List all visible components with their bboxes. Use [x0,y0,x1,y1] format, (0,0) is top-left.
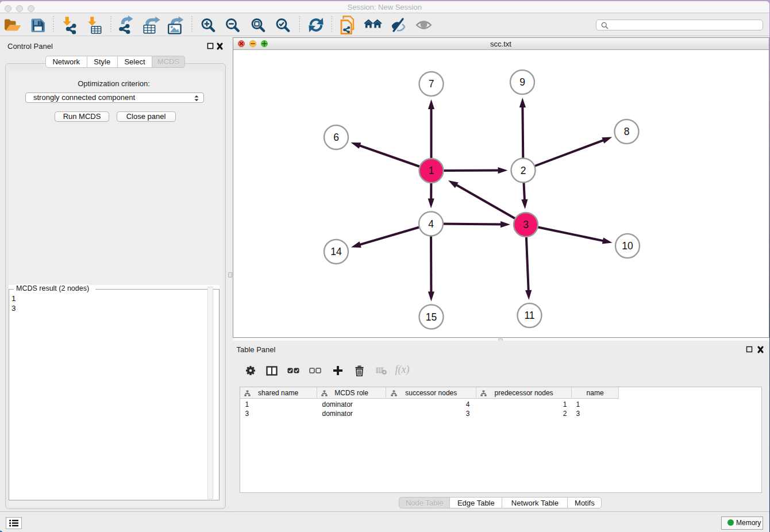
svg-text:14: 14 [330,246,342,257]
svg-text:3: 3 [523,219,529,230]
svg-text:9: 9 [519,76,525,88]
svg-text:7: 7 [429,78,434,90]
svg-text:8: 8 [624,126,630,137]
svg-text:1: 1 [429,165,434,176]
svg-text:2: 2 [521,165,526,176]
svg-text:11: 11 [524,310,534,321]
svg-text:4: 4 [428,218,434,230]
svg-text:15: 15 [426,311,437,323]
svg-text:10: 10 [622,240,633,252]
svg-text:6: 6 [333,132,339,143]
